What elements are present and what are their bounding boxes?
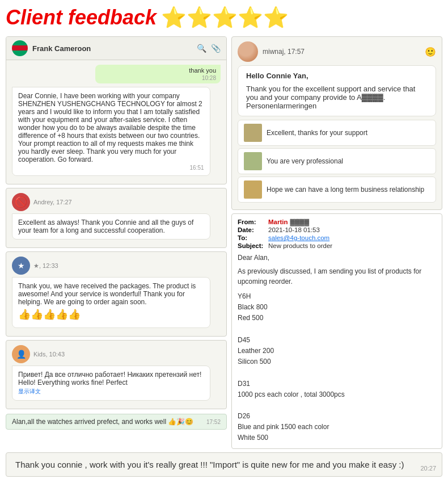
right-top-chat: miwnaj, 17:57 🙂 Hello Connie Yan, Thank … (231, 36, 442, 210)
date-label: Date: (238, 226, 266, 233)
subject-label: Subject: (238, 242, 266, 249)
andrey-chat-panel: 🚫 Andrey, 17:27 Excellent as always! Tha… (6, 188, 227, 248)
to-label: To: (238, 234, 266, 241)
email-to-row: To: sales@4g-touch.com (238, 234, 436, 241)
kids-message-bubble: Привет! Да все отлично работает! Никаких… (12, 366, 210, 401)
email-body: Dear Alan, As previously discussed, I am… (238, 253, 436, 444)
strip-message: Alan,all the watches arrived prefect, an… (6, 414, 227, 430)
miwnaj-avatar (238, 41, 258, 62)
right-items-list: Excellent, thanks for your support You a… (238, 120, 436, 203)
andrey-message-bubble: Excellent as always! Thank you Connie an… (12, 213, 210, 240)
right-item-1: Excellent, thanks for your support (238, 120, 436, 146)
date-val: 2021-10-18 01:53 (268, 226, 320, 233)
subject-val: New products to order (268, 242, 332, 249)
search-icon[interactable]: 🔍 (197, 44, 206, 53)
email-subject-row: Subject: New products to order (238, 242, 436, 249)
star-sender-info: ★ ★, 12:33 (12, 257, 221, 275)
thumb-img-3 (244, 180, 262, 199)
main-layout: Frank Cameroon 🔍 📎 thank you 10:28 Dear … (6, 36, 442, 449)
frank-message-time: 16:51 (18, 165, 204, 171)
stars-display: ⭐⭐⭐⭐⭐ (161, 6, 289, 30)
frank-header-icons: 🔍 📎 (197, 44, 221, 53)
frank-chat-header: Frank Cameroon 🔍 📎 (6, 37, 226, 60)
frank-message-bubble: Dear Connie, I have been working with yo… (12, 87, 210, 176)
frank-name: Frank Cameroon (32, 44, 192, 53)
andrey-sender-info: 🚫 Andrey, 17:27 (12, 193, 221, 211)
kids-chat-panel: 👤 Kids, 10:43 Привет! Да все отлично раб… (6, 340, 227, 409)
right-item-1-text: Excellent, thanks for your support (267, 129, 367, 137)
bottom-message: Thank you connie , work with you it's re… (15, 460, 404, 469)
frank-chat-panel: Frank Cameroon 🔍 📎 thank you 10:28 Dear … (6, 36, 227, 184)
email-from-row: From: Martin ▓▓▓▓ (238, 219, 436, 225)
smile-icon: 🙂 (425, 47, 436, 57)
email-intro: As previously discussed, I am sending yo… (238, 266, 436, 287)
miwnaj-sender-info: miwnaj, 17:57 (263, 48, 305, 56)
right-greeting-bubble: Hello Connie Yan, Thank you for the exce… (238, 65, 436, 116)
andrey-avatar: 🚫 (12, 193, 30, 211)
bottom-banner: Thank you connie , work with you it's re… (6, 452, 442, 477)
frank-chat-body: thank you 10:28 Dear Connie, I have been… (6, 60, 226, 184)
email-panel: From: Martin ▓▓▓▓ Date: 2021-10-18 01:53… (231, 213, 442, 449)
right-greeting: Hello Connie Yan, (246, 72, 428, 80)
right-column: miwnaj, 17:57 🙂 Hello Connie Yan, Thank … (231, 36, 442, 449)
page: Client feedback ⭐⭐⭐⭐⭐ Frank Cameroon 🔍 📎 (0, 0, 448, 482)
frank-avatar (12, 40, 28, 56)
right-item-3-text: Hope we can have a long term business re… (267, 186, 424, 194)
star-name-time: ★, 12:33 (33, 262, 58, 270)
kids-avatar: 👤 (12, 345, 30, 363)
right-item-3: Hope we can have a long term business re… (238, 177, 436, 203)
andrey-name-time: Andrey, 17:27 (33, 199, 72, 205)
email-greeting: Dear Alan, (238, 253, 436, 263)
header: Client feedback ⭐⭐⭐⭐⭐ (6, 6, 442, 30)
star-avatar: ★ (12, 257, 30, 275)
thankyou-sent-bubble: thank you 10:28 (95, 65, 221, 83)
strip-time: 17:52 (206, 419, 221, 425)
from-name: Martin (268, 219, 288, 225)
thumb-img-1 (244, 124, 262, 142)
star-emoji: 👍👍👍👍👍 (18, 308, 204, 321)
kids-sender-info: 👤 Kids, 10:43 (12, 345, 221, 363)
bottom-time: 20:27 (420, 465, 436, 472)
from-label: From: (238, 219, 266, 225)
left-column: Frank Cameroon 🔍 📎 thank you 10:28 Dear … (6, 36, 227, 449)
kids-name-time: Kids, 10:43 (33, 351, 65, 358)
strip-text: Alan,all the watches arrived prefect, an… (12, 418, 206, 426)
star-message-bubble: Thank you, we have received the packages… (12, 277, 210, 328)
thumb-img-2 (244, 152, 262, 170)
to-val[interactable]: sales@4g-touch.com (268, 234, 329, 241)
right-message: Thank you for the excellent support and … (246, 85, 428, 110)
right-item-2-text: You are very professional (267, 157, 343, 165)
email-products: Y6H Black 800 Red 500 D45 Leather 200 Si… (238, 291, 436, 444)
right-item-2: You are very professional (238, 148, 436, 174)
star-chat-panel: ★ ★, 12:33 Thank you, we have received t… (6, 251, 227, 337)
email-date-row: Date: 2021-10-18 01:53 (238, 226, 436, 233)
thankyou-time: 10:28 (100, 75, 216, 81)
page-title: Client feedback (6, 6, 157, 30)
star-chat-body: ★ ★, 12:33 Thank you, we have received t… (6, 252, 226, 336)
from-name-redacted: ▓▓▓▓ (290, 219, 310, 225)
andrey-chat-body: 🚫 Andrey, 17:27 Excellent as always! Tha… (6, 188, 226, 247)
right-top-header: miwnaj, 17:57 🙂 (238, 41, 436, 62)
paperclip-icon[interactable]: 📎 (211, 44, 221, 53)
kids-chat-body: 👤 Kids, 10:43 Привет! Да все отлично раб… (6, 341, 226, 409)
kids-translate[interactable]: 显示译文 (18, 388, 204, 396)
